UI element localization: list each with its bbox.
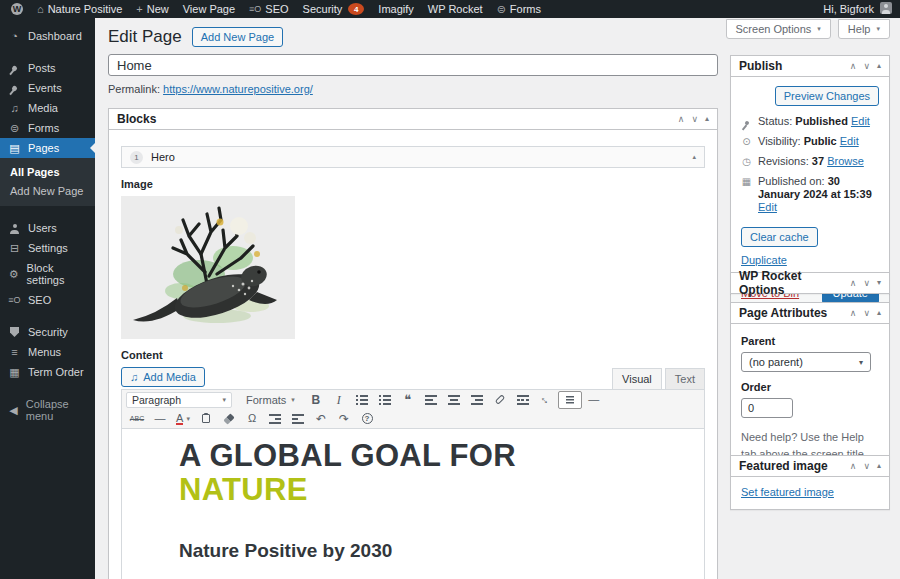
align-right-button[interactable] <box>466 392 488 407</box>
parent-select[interactable]: (no parent) ▾ <box>741 352 871 372</box>
undo-button[interactable]: ↶ <box>310 411 332 426</box>
topbar-seo[interactable]: ≡OSEO <box>242 0 296 18</box>
move-down-icon[interactable]: ∨ <box>863 462 870 471</box>
edit-published-date-link[interactable]: Edit <box>758 201 777 213</box>
sidebar-item-media[interactable]: ♫Media <box>0 98 95 118</box>
move-up-icon[interactable]: ∧ <box>850 462 857 471</box>
sidebar-item-collapse-menu[interactable]: ◀Collapse menu <box>0 394 95 426</box>
outdent-button[interactable] <box>264 411 286 426</box>
numbered-list-button[interactable] <box>374 392 396 407</box>
page-attributes-header[interactable]: Page Attributes ∧ ∨ ▴ <box>731 303 889 324</box>
move-up-icon[interactable]: ∧ <box>850 309 857 318</box>
publish-metabox-header[interactable]: Publish ∧ ∨ ▴ <box>731 56 889 77</box>
topbar-forms[interactable]: ⊜Forms <box>490 0 548 18</box>
topbar-wp-logo[interactable]: W <box>4 0 30 18</box>
sidebar-item-menus[interactable]: ≡Menus <box>0 342 95 362</box>
expand-toggle-icon[interactable]: ▾ <box>877 279 881 287</box>
hero-block-row[interactable]: 1 Hero ▴ <box>121 146 705 168</box>
wysiwyg-editor: Paragraph ▾ Formats ▾ BI❝↔— ABC—A▾Ω↶↷? A… <box>121 389 705 579</box>
move-down-icon[interactable]: ∨ <box>691 115 698 124</box>
screen-options-button[interactable]: Screen Options ▾ <box>726 19 831 39</box>
order-input[interactable] <box>741 398 793 418</box>
tab-visual[interactable]: Visual <box>612 368 662 389</box>
post-title-input[interactable] <box>108 54 718 76</box>
topbar-new[interactable]: +New <box>129 0 175 18</box>
sidebar-item-forms[interactable]: ⊜Forms <box>0 118 95 138</box>
sidebar-item-users[interactable]: Users <box>0 218 95 238</box>
italic-button[interactable]: I <box>328 392 350 407</box>
move-up-icon[interactable]: ∧ <box>678 115 685 124</box>
sidebar-item-events[interactable]: Events <box>0 78 95 98</box>
bullet-list-button[interactable] <box>351 392 373 407</box>
edit-visibility-link[interactable]: Edit <box>840 135 859 147</box>
read-more-button[interactable] <box>512 392 534 407</box>
collapse-toggle-icon[interactable]: ▴ <box>877 462 881 470</box>
sidebar-item-add-new-page[interactable]: Add New Page <box>0 182 95 201</box>
redo-button[interactable]: ↷ <box>333 411 355 426</box>
wp-rocket-metabox: WP Rocket Options ∧ ∨ ▾ <box>730 272 890 294</box>
move-down-icon[interactable]: ∨ <box>863 309 870 318</box>
strikethrough-button[interactable]: ABC <box>126 411 148 426</box>
fullscreen-button[interactable]: ↔ <box>535 392 557 407</box>
topbar-imagify[interactable]: Imagify <box>371 0 420 18</box>
sidebar-item-term-order[interactable]: ▦Term Order <box>0 362 95 382</box>
collapse-icon: ◀ <box>8 405 19 416</box>
browse-revisions-link[interactable]: Browse <box>827 155 864 167</box>
collapse-toggle-icon[interactable]: ▴ <box>877 309 881 317</box>
paragraph-dropdown[interactable]: Paragraph ▾ <box>126 392 232 408</box>
move-down-icon[interactable]: ∨ <box>863 62 870 71</box>
topbar-security[interactable]: Security4 <box>296 0 372 18</box>
paste-as-text-button[interactable] <box>195 411 217 426</box>
clear-formatting-button[interactable] <box>218 411 240 426</box>
formats-dropdown[interactable]: Formats ▾ <box>240 394 301 406</box>
align-center-button[interactable] <box>443 392 465 407</box>
sidebar-item-block-settings[interactable]: ⚙Block settings <box>0 258 95 290</box>
move-up-icon[interactable]: ∧ <box>850 62 857 71</box>
blockquote-button[interactable]: ❝ <box>397 392 419 407</box>
sidebar-item-settings[interactable]: ⊟Settings <box>0 238 95 258</box>
horizontal-rule-button[interactable]: — <box>583 392 605 407</box>
indent-button[interactable] <box>287 411 309 426</box>
help-button[interactable]: Help ▾ <box>838 19 890 39</box>
link-button[interactable] <box>489 392 511 407</box>
edit-status-link[interactable]: Edit <box>851 115 870 127</box>
sidebar-item-all-pages[interactable]: All Pages <box>0 163 95 182</box>
topbar-wp-rocket[interactable]: WP Rocket <box>421 0 490 18</box>
help-button[interactable]: ? <box>356 411 378 426</box>
sidebar-item-dashboard[interactable]: ◔Dashboard <box>0 26 95 46</box>
duplicate-link[interactable]: Duplicate <box>741 254 787 266</box>
special-character-button[interactable]: Ω <box>241 411 263 426</box>
editor-content-area[interactable]: A GLOBAL GOAL FOR NATURE Nature Positive… <box>122 429 704 579</box>
horizontal-rule-button[interactable]: — <box>149 411 171 426</box>
sidebar-item-seo[interactable]: ≡OSEO <box>0 290 95 310</box>
gear-icon: ⚙ <box>8 269 20 280</box>
move-up-icon[interactable]: ∧ <box>850 279 857 288</box>
featured-image-header[interactable]: Featured image ∧ ∨ ▴ <box>731 456 889 477</box>
permalink-link[interactable]: https://www.naturepositive.org/ <box>163 83 313 95</box>
blocks-metabox-header[interactable]: Blocks ∧ ∨ ▴ <box>109 109 717 130</box>
hero-image-preview[interactable] <box>121 196 295 339</box>
collapse-toggle-icon[interactable]: ▴ <box>705 115 709 123</box>
clear-cache-button[interactable]: Clear cache <box>741 227 818 247</box>
align-left-button[interactable] <box>420 392 442 407</box>
sidebar-item-security[interactable]: Security <box>0 322 95 342</box>
topbar-site-name[interactable]: ⌂Nature Positive <box>30 0 129 18</box>
add-new-page-button[interactable]: Add New Page <box>192 27 283 47</box>
bold-button[interactable]: B <box>305 392 327 407</box>
wp-rocket-metabox-header[interactable]: WP Rocket Options ∧ ∨ ▾ <box>731 273 889 293</box>
text-color-button[interactable]: A▾ <box>172 411 194 426</box>
move-down-icon[interactable]: ∨ <box>863 279 870 288</box>
sidebar-item-posts[interactable]: Posts <box>0 58 95 78</box>
topbar-view-page[interactable]: View Page <box>176 0 242 18</box>
preview-changes-button[interactable]: Preview Changes <box>775 86 879 106</box>
collapse-toggle-icon[interactable]: ▴ <box>877 62 881 70</box>
tab-text[interactable]: Text <box>665 368 705 389</box>
sidebar-item-pages[interactable]: ▤Pages <box>0 138 95 158</box>
toolbar-toggle-button[interactable] <box>558 391 582 409</box>
featured-image-title: Featured image <box>739 459 828 473</box>
add-media-button[interactable]: ♫ Add Media <box>121 367 205 387</box>
topbar-account[interactable]: Hi, Bigfork <box>823 2 892 16</box>
dashboard-icon: ◔ <box>8 31 21 42</box>
set-featured-image-link[interactable]: Set featured image <box>741 486 834 498</box>
block-collapse-icon[interactable]: ▴ <box>692 153 696 161</box>
